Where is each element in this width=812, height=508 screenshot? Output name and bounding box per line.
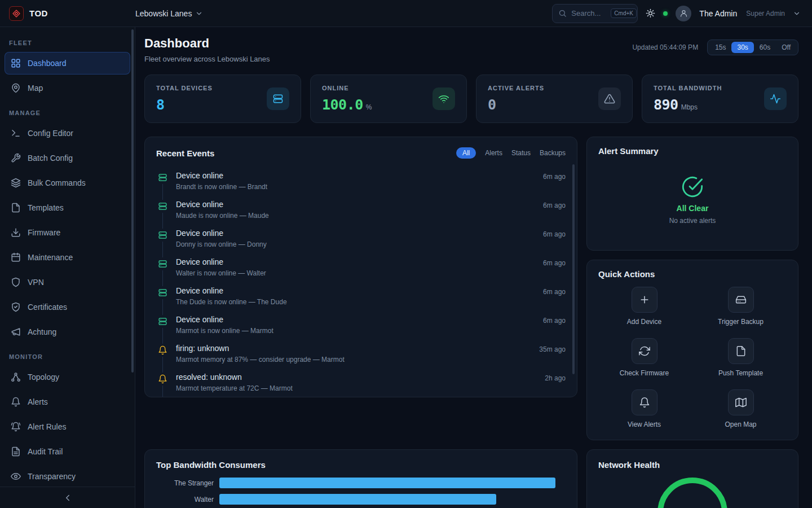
action-trigger-backup[interactable]: Trigger Backup bbox=[692, 287, 789, 326]
event-title: Device online bbox=[176, 200, 536, 209]
event-row[interactable]: Device online Donny is now online — Donn… bbox=[145, 224, 577, 253]
layers-icon bbox=[11, 178, 21, 188]
user-menu-button[interactable] bbox=[793, 10, 801, 17]
bell-ring-icon bbox=[11, 422, 21, 432]
event-title: firing: unknown bbox=[176, 344, 532, 353]
action-label: Push Template bbox=[718, 369, 763, 377]
action-push-template[interactable]: Push Template bbox=[692, 338, 789, 377]
filter-status[interactable]: Status bbox=[511, 149, 531, 157]
server-icon bbox=[156, 171, 169, 184]
event-row[interactable]: Device online Maude is now online — Maud… bbox=[145, 195, 577, 224]
sidebar-item-label: Map bbox=[28, 84, 43, 93]
action-add-device[interactable]: Add Device bbox=[596, 287, 692, 326]
action-view-alerts[interactable]: View Alerts bbox=[596, 389, 692, 428]
events-scrollbar[interactable] bbox=[572, 164, 575, 374]
bandwidth-title: Top Bandwidth Consumers bbox=[156, 460, 266, 470]
event-row[interactable]: Device online Walter is now online — Wal… bbox=[145, 253, 577, 282]
refresh-option-15s[interactable]: 15s bbox=[709, 42, 731, 53]
page-subtitle: Fleet overview across Lebowski Lanes bbox=[144, 55, 270, 63]
terminal-icon bbox=[11, 128, 21, 138]
sidebar-item-label: Templates bbox=[28, 203, 64, 212]
event-time: 6m ago bbox=[543, 200, 566, 209]
sidebar-item-transparency[interactable]: Transparency bbox=[5, 465, 130, 488]
health-value: 100 bbox=[678, 506, 707, 508]
alert-summary-card: Alert Summary All Clear No active alerts bbox=[586, 137, 798, 251]
file-icon bbox=[728, 338, 754, 364]
sidebar-item-alert-rules[interactable]: Alert Rules bbox=[5, 415, 130, 438]
sidebar-item-batch-config[interactable]: Batch Config bbox=[5, 147, 130, 169]
event-row[interactable]: firing: unknown Marmot memory at 87% — c… bbox=[145, 339, 577, 368]
theme-toggle-button[interactable] bbox=[646, 8, 655, 18]
event-title: Device online bbox=[176, 315, 536, 324]
server-icon bbox=[267, 87, 289, 110]
event-row[interactable]: resolved: unknown Marmot temperature at … bbox=[145, 368, 577, 397]
alert-status: All Clear bbox=[677, 204, 709, 213]
page-title: Dashboard bbox=[144, 36, 270, 51]
avatar[interactable] bbox=[676, 6, 691, 21]
sidebar-item-alerts[interactable]: Alerts bbox=[5, 391, 130, 413]
event-row[interactable]: Device online Brandt is now online — Bra… bbox=[145, 167, 577, 195]
user-icon bbox=[679, 9, 688, 17]
alert-triangle-icon bbox=[598, 87, 621, 110]
sidebar-collapse-button[interactable] bbox=[0, 487, 135, 508]
event-detail: Donny is now online — Donny bbox=[176, 240, 536, 248]
filter-backups[interactable]: Backups bbox=[540, 149, 566, 157]
search-box[interactable]: Cmd+K bbox=[552, 4, 638, 23]
refresh-option-off[interactable]: Off bbox=[776, 42, 796, 53]
event-title: Device online bbox=[176, 257, 536, 266]
recent-events-card: Recent Events All Alerts Status Backups … bbox=[144, 137, 577, 397]
sidebar-item-audit-trail[interactable]: Audit Trail bbox=[5, 440, 130, 463]
refresh-option-30s[interactable]: 30s bbox=[731, 42, 753, 53]
sidebar-item-label: Firmware bbox=[28, 228, 60, 237]
activity-icon bbox=[764, 87, 787, 110]
action-open-map[interactable]: Open Map bbox=[692, 389, 789, 428]
sidebar-item-label: Dashboard bbox=[28, 59, 67, 68]
action-label: Add Device bbox=[627, 318, 661, 326]
sidebar-scrollbar[interactable] bbox=[131, 29, 134, 373]
event-detail: Maude is now online — Maude bbox=[176, 212, 536, 220]
sidebar-item-bulk-commands[interactable]: Bulk Commands bbox=[5, 172, 130, 194]
quick-actions-title: Quick Actions bbox=[598, 269, 655, 279]
stat-label: TOTAL DEVICES bbox=[156, 85, 213, 91]
calendar-icon bbox=[11, 252, 21, 262]
search-shortcut-badge: Cmd+K bbox=[611, 8, 637, 18]
filter-all[interactable]: All bbox=[456, 147, 476, 159]
event-row[interactable]: resolved: unknown 4h ago bbox=[145, 397, 577, 397]
sidebar-item-templates[interactable]: Templates bbox=[5, 196, 130, 219]
sidebar-item-map[interactable]: Map bbox=[5, 77, 130, 99]
sidebar-item-certificates[interactable]: Certificates bbox=[5, 296, 130, 318]
event-time: 35m ago bbox=[539, 344, 566, 353]
plus-icon bbox=[632, 287, 657, 313]
sidebar-item-label: VPN bbox=[28, 278, 44, 287]
action-check-firmware[interactable]: Check Firmware bbox=[596, 338, 692, 377]
event-row[interactable]: Device online The Dude is now online — T… bbox=[145, 282, 577, 310]
sidebar-item-vpn[interactable]: VPN bbox=[5, 271, 130, 294]
sidebar-item-label: Maintenance bbox=[28, 253, 73, 262]
bandwidth-device-label: Walter bbox=[156, 496, 219, 503]
bandwidth-consumers-card: Top Bandwidth Consumers The Stranger Wal… bbox=[144, 449, 577, 508]
event-time: 6m ago bbox=[543, 286, 566, 296]
search-input[interactable] bbox=[571, 9, 606, 17]
sidebar-item-label: Topology bbox=[28, 373, 59, 382]
sidebar-item-maintenance[interactable]: Maintenance bbox=[5, 246, 130, 269]
app-name: TOD bbox=[29, 8, 48, 18]
filter-alerts[interactable]: Alerts bbox=[485, 149, 502, 157]
sidebar-item-config-editor[interactable]: Config Editor bbox=[5, 122, 130, 144]
grid-icon bbox=[11, 58, 21, 68]
events-filters: All Alerts Status Backups bbox=[456, 147, 566, 159]
sidebar-item-label: Alert Rules bbox=[28, 422, 66, 431]
sidebar-item-topology[interactable]: Topology bbox=[5, 366, 130, 388]
server-icon bbox=[156, 286, 169, 299]
sidebar-item-achtung[interactable]: Achtung bbox=[5, 321, 130, 343]
app-logo-icon bbox=[9, 6, 24, 21]
action-label: Trigger Backup bbox=[718, 318, 764, 326]
event-time: 2h ago bbox=[545, 373, 566, 382]
event-detail: Marmot is now online — Marmot bbox=[176, 327, 536, 335]
stat-value: 0 bbox=[488, 97, 496, 113]
event-row[interactable]: Device online Marmot is now online — Mar… bbox=[145, 310, 577, 339]
sidebar-item-dashboard[interactable]: Dashboard bbox=[5, 52, 130, 75]
org-selector[interactable]: Lebowski Lanes bbox=[135, 9, 203, 18]
refresh-option-60s[interactable]: 60s bbox=[754, 42, 776, 53]
sidebar-item-firmware[interactable]: Firmware bbox=[5, 221, 130, 244]
stat-label: ACTIVE ALERTS bbox=[488, 85, 544, 91]
